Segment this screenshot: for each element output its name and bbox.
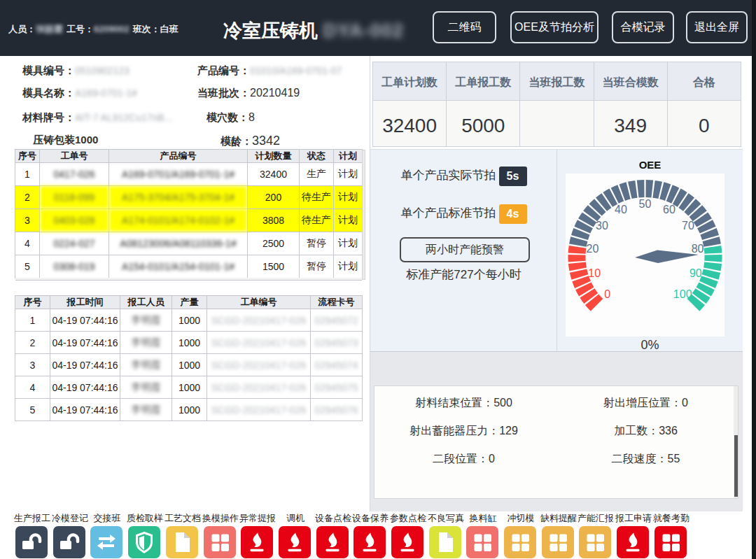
svg-text:40: 40 (615, 204, 627, 215)
svg-text:90: 90 (690, 267, 702, 279)
svg-text:0: 0 (604, 288, 610, 300)
svg-text:70: 70 (682, 220, 694, 232)
svg-text:10: 10 (588, 267, 601, 279)
svg-text:60: 60 (663, 204, 676, 215)
svg-text:20: 20 (587, 243, 599, 255)
svg-text:50: 50 (639, 198, 652, 210)
svg-text:30: 30 (596, 220, 608, 232)
svg-text:100: 100 (673, 288, 692, 300)
svg-text:80: 80 (692, 243, 704, 255)
